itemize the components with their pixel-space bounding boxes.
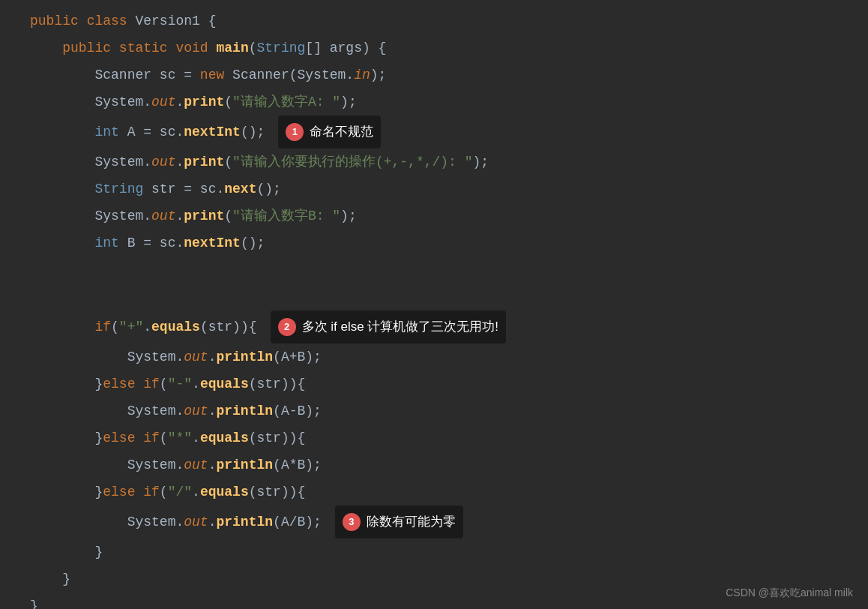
- args15: (A-B);: [273, 398, 322, 424]
- print8: print: [184, 202, 224, 230]
- semi9: ();: [241, 230, 265, 256]
- paren8a: (: [224, 202, 232, 230]
- code-line-20: }: [0, 538, 868, 566]
- brace16: }: [94, 424, 103, 452]
- badge-1: 1: [286, 123, 304, 141]
- keyword-public: public: [30, 8, 87, 34]
- print4: print: [184, 88, 224, 116]
- code-content-14: } else if ( "-" . equals (str)){: [30, 370, 305, 398]
- code-line-14: } else if ( "-" . equals (str)){: [0, 370, 868, 398]
- equals12: .: [143, 314, 151, 340]
- indent-13: [30, 344, 127, 370]
- code-line-2: public static void main ( String [] args…: [0, 34, 868, 62]
- indent-14: [30, 370, 94, 398]
- code-content-21: }: [30, 566, 70, 592]
- code-line-3: Scanner sc = new Scanner ( System . in )…: [0, 62, 868, 88]
- args19: (A/B);: [273, 508, 322, 536]
- indent-18: [30, 478, 94, 506]
- println13: println: [216, 344, 273, 370]
- dot13b: .: [208, 344, 217, 370]
- code-content-4: System . out . print ( "请输入数字A: " );: [30, 88, 357, 116]
- code-line-7: String str = sc. next ();: [0, 176, 868, 202]
- code-line-17: System . out . println (A*B);: [0, 452, 868, 478]
- println19: println: [216, 508, 273, 536]
- scanner-close: );: [370, 62, 387, 88]
- code-line-12: if ( "+" . equals (str)){ 2 多次 if else 计…: [0, 310, 868, 344]
- dot6a: .: [143, 148, 151, 176]
- paren18b: (str)){: [249, 478, 306, 506]
- annotation-text-2: 多次 if else 计算机做了三次无用功!: [302, 314, 499, 340]
- dot19a: .: [175, 508, 184, 536]
- system6: System: [94, 148, 143, 176]
- kw-void: void: [175, 34, 216, 62]
- indent-12: [30, 314, 94, 340]
- code-content-7: String str = sc. next ();: [30, 176, 281, 202]
- paren14a: (: [160, 370, 168, 398]
- kw-new: new: [200, 62, 232, 88]
- annotation-text-1: 命名不规范: [310, 118, 373, 146]
- system13: System: [127, 344, 176, 370]
- paren16b: (str)){: [249, 424, 306, 452]
- code-content-20: }: [30, 538, 103, 566]
- out4: out: [151, 88, 175, 116]
- var-b: B = sc.: [127, 230, 184, 256]
- kw-if18: if: [143, 478, 160, 506]
- indent-2: [30, 34, 62, 62]
- kw-else16: else: [103, 424, 143, 452]
- class-name: Version1: [135, 8, 208, 34]
- dot16: .: [192, 424, 200, 452]
- empty-line-11: [0, 284, 868, 310]
- code-line-16: } else if ( "*" . equals (str)){: [0, 424, 868, 452]
- code-content-6: System . out . print ( "请输入你要执行的操作(+,-,*…: [30, 148, 489, 176]
- args13: (A+B);: [273, 344, 322, 370]
- paren4a: (: [224, 88, 232, 116]
- indent-5: [30, 118, 94, 146]
- code-content-22: }: [30, 592, 38, 609]
- indent-15: [30, 398, 127, 424]
- system8: System: [94, 202, 143, 230]
- dot8b: .: [175, 202, 184, 230]
- indent-8: [30, 202, 94, 230]
- system-in: in: [354, 62, 370, 88]
- scanner-args: (: [289, 62, 298, 88]
- kw-if12: if: [94, 314, 111, 340]
- annotation-1: 1 命名不规范: [278, 116, 381, 148]
- code-content-2: public static void main ( String [] args…: [30, 34, 386, 62]
- indent-16: [30, 424, 94, 452]
- str-mul: "*": [168, 424, 192, 452]
- dot14: .: [192, 370, 200, 398]
- brace18: }: [94, 478, 103, 506]
- code-content-16: } else if ( "*" . equals (str)){: [30, 424, 305, 452]
- kw-if14: if: [143, 370, 160, 398]
- kw-int5: int: [94, 118, 127, 146]
- code-line-9: int B = sc. nextInt ();: [0, 230, 868, 256]
- system17: System: [127, 452, 176, 478]
- dot1: .: [346, 62, 354, 88]
- kw-public2: public: [62, 34, 119, 62]
- keyword-class: class: [87, 8, 136, 34]
- annotation-3: 3 除数有可能为零: [335, 506, 463, 538]
- system-class: System: [298, 62, 346, 88]
- code-line-13: System . out . println (A+B);: [0, 344, 868, 370]
- print6: print: [184, 148, 224, 176]
- out19: out: [184, 508, 208, 536]
- kw-int9: int: [94, 230, 127, 256]
- sc-var: sc =: [160, 62, 200, 88]
- semi5: ();: [241, 118, 265, 146]
- paren14b: (str)){: [249, 370, 306, 398]
- indent-3: [30, 62, 94, 88]
- str8: "请输入数字B: ": [232, 202, 340, 230]
- brace20: }: [94, 538, 103, 566]
- annotation-2: 2 多次 if else 计算机做了三次无用功!: [271, 310, 507, 344]
- paren6b: );: [473, 148, 489, 176]
- kw-string7: String: [94, 176, 151, 202]
- dot4b: .: [175, 88, 184, 116]
- if-paren12b: (str)){: [200, 314, 257, 340]
- main-params2: [] args) {: [305, 34, 386, 62]
- var-a: A = sc.: [127, 118, 184, 146]
- paren6a: (: [224, 148, 232, 176]
- code-content-5: int A = sc. nextInt (); 1 命名不规范: [30, 116, 381, 148]
- brace21: }: [62, 566, 70, 592]
- equals18: equals: [200, 478, 249, 506]
- dot15a: .: [175, 398, 184, 424]
